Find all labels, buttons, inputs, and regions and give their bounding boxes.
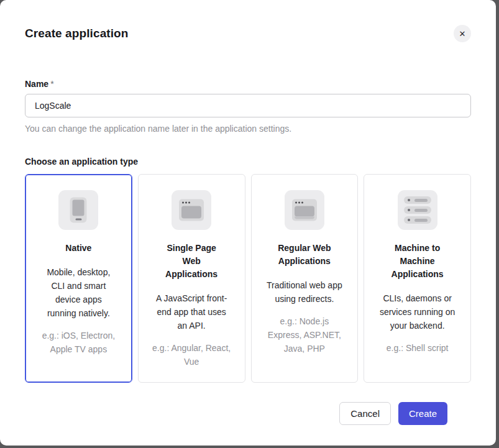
- card-title: Machine to Machine Applications: [383, 242, 452, 281]
- card-description: Mobile, desktop, CLI and smart device ap…: [40, 265, 116, 320]
- application-name-input[interactable]: [25, 94, 471, 117]
- name-label: Name*: [25, 79, 471, 89]
- browser-icon: [172, 190, 211, 230]
- card-description: A JavaScript front-end app that uses an …: [153, 291, 229, 332]
- card-title: Regular Web Applications: [270, 242, 339, 268]
- card-title: Native: [43, 242, 113, 255]
- dialog-footer: Cancel Create: [25, 383, 471, 425]
- app-type-card-native[interactable]: Native Mobile, desktop, CLI and smart de…: [25, 174, 132, 383]
- card-title: Single Page Web Applications: [157, 242, 226, 281]
- app-type-card-spa[interactable]: Single Page Web Applications A JavaScrip…: [138, 174, 245, 383]
- create-application-dialog: Create application ✕ Name* You can chang…: [0, 0, 496, 446]
- close-button[interactable]: ✕: [454, 25, 471, 42]
- card-example: e.g.: Angular, React, Vue: [149, 341, 234, 368]
- name-label-text: Name: [25, 79, 48, 89]
- card-example: e.g.: Shell script: [375, 341, 460, 355]
- dialog-header: Create application ✕: [0, 0, 496, 42]
- create-button[interactable]: Create: [398, 402, 447, 425]
- card-description: Traditional web app using redirects.: [267, 278, 342, 306]
- app-type-card-machine-to-machine[interactable]: Machine to Machine Applications CLIs, da…: [364, 174, 471, 383]
- required-marker: *: [50, 79, 53, 89]
- page-title: Create application: [25, 27, 129, 40]
- application-type-label: Choose an application type: [25, 157, 471, 167]
- card-example: e.g.: iOS, Electron, Apple TV apps: [36, 329, 121, 356]
- card-example: e.g.: Node.js Express, ASP.NET, Java, PH…: [262, 314, 347, 355]
- name-help-text: You can change the application name late…: [25, 124, 471, 134]
- cancel-button[interactable]: Cancel: [339, 402, 391, 425]
- close-icon: ✕: [459, 30, 466, 38]
- application-type-cards: Native Mobile, desktop, CLI and smart de…: [25, 174, 471, 383]
- card-description: CLIs, daemons or services running on you…: [380, 291, 456, 332]
- browser-window-shadow-icon: [285, 190, 324, 230]
- phone-icon: [58, 190, 98, 230]
- dialog-body: Name* You can change the application nam…: [0, 79, 496, 425]
- app-type-card-regular-web[interactable]: Regular Web Applications Traditional web…: [251, 174, 359, 383]
- server-stack-icon: [398, 190, 437, 230]
